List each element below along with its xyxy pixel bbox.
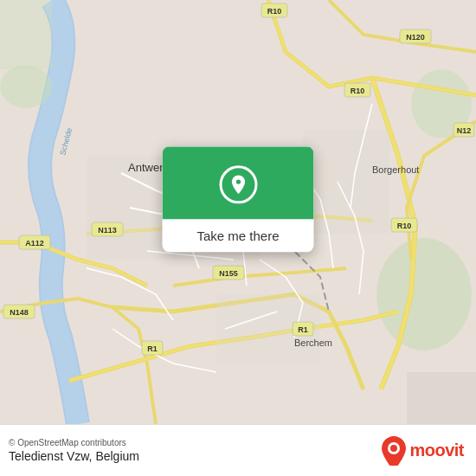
location-name: Teledienst Vzw, Belgium	[9, 449, 139, 463]
svg-text:Berchem: Berchem	[294, 338, 332, 348]
svg-point-3	[0, 65, 52, 108]
svg-text:R1: R1	[298, 325, 308, 334]
moovit-pin-icon	[382, 436, 406, 466]
svg-text:A112: A112	[25, 239, 44, 248]
svg-text:R10: R10	[397, 222, 412, 230]
bottom-left-info: © OpenStreetMap contributors Teledienst …	[9, 438, 139, 463]
map-view: N113 A112 R10 R10 N155 N148 R1 R1 R10 N1…	[0, 0, 476, 424]
svg-text:N155: N155	[219, 269, 238, 278]
svg-rect-34	[407, 372, 476, 424]
moovit-brand-text: moovit	[409, 441, 464, 460]
location-popup: Take me there	[163, 146, 314, 252]
osm-attribution: © OpenStreetMap contributors	[9, 438, 139, 447]
svg-text:N120: N120	[406, 33, 425, 42]
svg-text:R1: R1	[147, 344, 158, 353]
popup-header	[163, 146, 314, 219]
svg-text:R10: R10	[267, 7, 282, 16]
location-icon-circle	[219, 165, 257, 203]
svg-rect-6	[303, 130, 389, 234]
location-pin-icon	[227, 173, 249, 196]
svg-point-37	[390, 445, 397, 452]
take-me-there-button[interactable]: Take me there	[163, 219, 314, 252]
svg-point-1	[376, 238, 472, 351]
svg-text:N12: N12	[457, 126, 472, 135]
bottom-bar: © OpenStreetMap contributors Teledienst …	[0, 424, 476, 476]
svg-text:Borgerhout: Borgerhout	[372, 164, 419, 175]
svg-point-35	[235, 179, 240, 183]
svg-text:R10: R10	[351, 87, 365, 95]
moovit-logo: moovit	[382, 436, 464, 466]
svg-text:N148: N148	[10, 308, 29, 317]
svg-text:N113: N113	[98, 226, 117, 235]
svg-rect-4	[0, 0, 52, 69]
